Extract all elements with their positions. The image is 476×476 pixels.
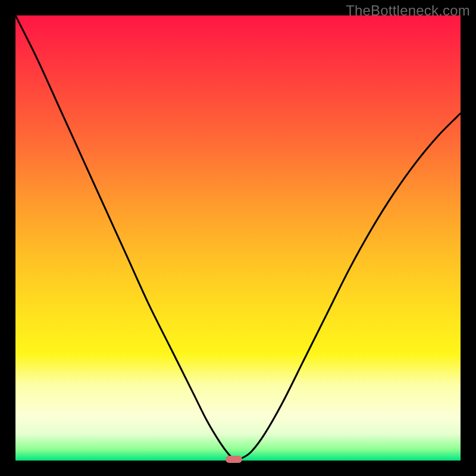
optimal-point-marker bbox=[226, 456, 242, 463]
chart-frame: TheBottleneck.com bbox=[0, 0, 476, 476]
plot-area bbox=[15, 15, 461, 461]
bottleneck-curve bbox=[15, 15, 461, 461]
